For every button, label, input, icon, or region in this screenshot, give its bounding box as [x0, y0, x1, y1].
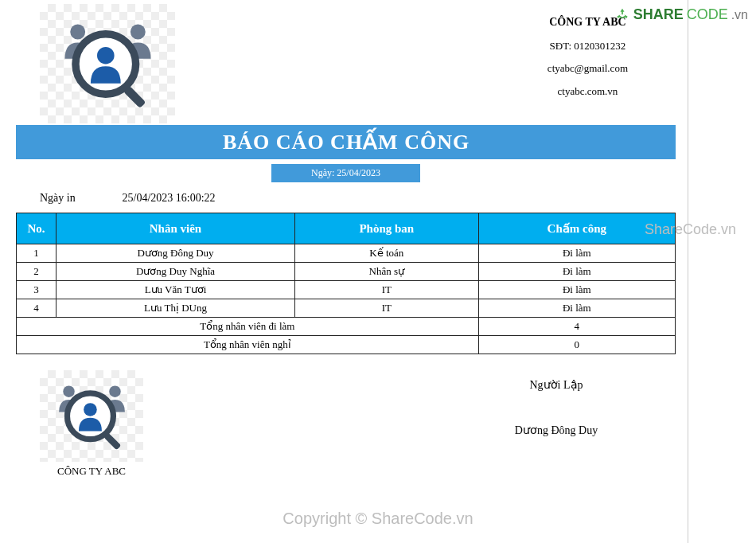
cell-department: Kế toán — [295, 244, 479, 263]
cell-attendance: Đi làm — [478, 281, 675, 299]
table-header-row: No. Nhân viên Phòng ban Chấm công — [17, 213, 676, 244]
header-area: CÔNG TY ABC SĐT: 0120301232 ctyabc@gmail… — [16, 4, 676, 123]
report-page: CÔNG TY ABC SĐT: 0120301232 ctyabc@gmail… — [4, 0, 688, 543]
footer-area: CÔNG TY ABC Người Lập Dương Đông Duy — [16, 370, 676, 478]
cell-employee: Lưu Văn Tươi — [57, 281, 295, 299]
hr-search-icon — [45, 375, 138, 458]
header-department: Phòng ban — [295, 213, 479, 244]
svg-point-6 — [109, 385, 120, 397]
cell-no: 2 — [17, 263, 57, 281]
cell-no: 1 — [17, 244, 57, 263]
svg-rect-4 — [123, 85, 146, 108]
cell-attendance: Đi làm — [478, 263, 675, 281]
cell-employee: Dương Đông Duy — [57, 244, 295, 263]
cell-no: 3 — [17, 281, 57, 299]
table-row: 4Lưu Thị DUngITĐi làm — [17, 299, 676, 318]
attendance-table: No. Nhân viên Phòng ban Chấm công 1Dương… — [16, 213, 676, 354]
table-row: 1Dương Đông DuyKế toánĐi làm — [17, 244, 676, 263]
footer-logo — [40, 370, 143, 462]
preparer-role: Người Lập — [477, 378, 636, 392]
summary-value: 0 — [478, 336, 675, 354]
date-row: Ngày: 25/04/2023 — [16, 164, 676, 182]
recycle-icon — [614, 7, 630, 23]
company-logo — [40, 4, 175, 123]
footer-company-name: CÔNG TY ABC — [40, 465, 143, 478]
footer-right: Người Lập Dương Đông Duy — [477, 370, 636, 478]
summary-label: Tổng nhân viên nghỉ — [17, 336, 479, 354]
logo-share: SHARE — [633, 6, 684, 23]
company-email: ctyabc@gmail.com — [548, 57, 628, 80]
header-attendance: Chấm công — [478, 213, 675, 244]
report-title: BÁO CÁO CHẤM CÔNG — [16, 125, 676, 159]
summary-row: Tổng nhân viên nghỉ0 — [17, 336, 676, 354]
summary-row: Tổng nhân viên đi làm4 — [17, 318, 676, 336]
company-website: ctyabc.com.vn — [548, 80, 628, 104]
footer-left: CÔNG TY ABC — [40, 370, 143, 478]
report-date: Ngày: 25/04/2023 — [271, 164, 420, 182]
logo-code: CODE — [687, 6, 728, 23]
svg-point-5 — [63, 385, 74, 397]
header-no: No. — [17, 213, 57, 244]
header-employee: Nhân viên — [57, 213, 295, 244]
svg-point-0 — [70, 24, 85, 39]
svg-point-8 — [84, 403, 97, 416]
cell-attendance: Đi làm — [478, 244, 675, 263]
cell-employee: Dương Duy Nghĩa — [57, 263, 295, 281]
sharecode-logo: SHARECODE.vn — [614, 6, 748, 23]
cell-department: IT — [295, 281, 479, 299]
company-phone: SĐT: 0120301232 — [548, 35, 628, 58]
svg-point-1 — [130, 24, 145, 39]
print-label: Ngày in — [40, 192, 119, 205]
print-datetime: 25/04/2023 16:00:22 — [123, 192, 216, 204]
cell-no: 4 — [17, 299, 57, 318]
preparer-name: Dương Đông Duy — [477, 424, 636, 437]
cell-attendance: Đi làm — [478, 299, 675, 318]
summary-value: 4 — [478, 318, 675, 336]
table-row: 2Dương Duy NghĩaNhân sựĐi làm — [17, 263, 676, 281]
svg-rect-9 — [103, 432, 121, 450]
table-row: 3Lưu Văn TươiITĐi làm — [17, 281, 676, 299]
cell-department: Nhân sự — [295, 263, 479, 281]
hr-search-icon — [47, 10, 169, 118]
svg-point-3 — [97, 46, 115, 64]
logo-vn: .vn — [731, 8, 748, 22]
cell-employee: Lưu Thị DUng — [57, 299, 295, 318]
cell-department: IT — [295, 299, 479, 318]
print-info: Ngày in 25/04/2023 16:00:22 — [40, 192, 676, 205]
summary-label: Tổng nhân viên đi làm — [17, 318, 479, 336]
